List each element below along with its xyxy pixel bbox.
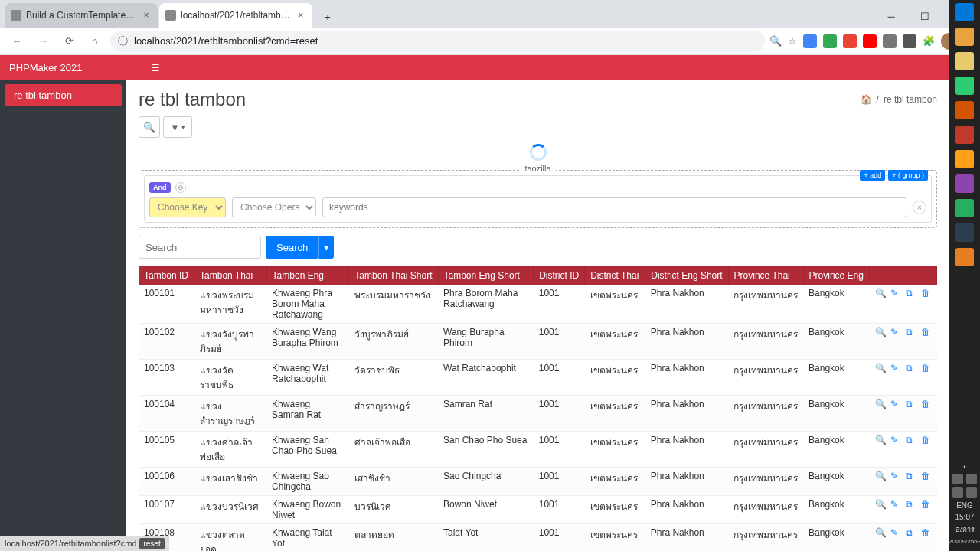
site-info-icon[interactable]: ⓘ xyxy=(118,34,128,48)
extension-icon[interactable] xyxy=(903,34,916,48)
reload-button[interactable]: ⟳ xyxy=(58,31,80,52)
close-icon[interactable]: × xyxy=(141,10,152,21)
browser-tab-2[interactable]: localhost/2021/retbltambonlist? × xyxy=(159,3,312,28)
search-icon[interactable]: 🔍 xyxy=(769,35,782,47)
browser-toolbar: ← → ⟳ ⌂ ⓘ localhost/2021/retbltambonlist… xyxy=(0,28,980,55)
extension-icon[interactable] xyxy=(883,34,897,48)
home-button[interactable]: ⌂ xyxy=(84,31,106,52)
extension-icon[interactable] xyxy=(863,34,877,48)
taskbar-app-icon[interactable] xyxy=(956,28,974,46)
window-maximize-button[interactable]: ☐ xyxy=(908,5,942,28)
extension-icon[interactable] xyxy=(803,34,817,48)
browser-tab-strip: Build a CustomTemplateSearch f × localho… xyxy=(0,0,980,28)
taskbar-app-icon[interactable] xyxy=(956,3,974,21)
os-taskbar: ‹ ENG 15:07 อังคาร 2/3/09/2563 xyxy=(949,0,980,55)
bookmark-icon[interactable]: ☆ xyxy=(788,35,797,47)
window-minimize-button[interactable]: ─ xyxy=(874,5,908,28)
extension-icon[interactable] xyxy=(823,34,837,48)
new-tab-button[interactable]: + xyxy=(317,6,338,28)
favicon-icon xyxy=(11,10,21,21)
tab-title: localhost/2021/retbltambonlist? xyxy=(181,10,292,21)
extensions-menu-icon[interactable]: 🧩 xyxy=(923,35,935,47)
address-bar[interactable]: ⓘ localhost/2021/retbltambonlist?cmd=res… xyxy=(110,31,765,52)
tab-title: Build a CustomTemplateSearch f xyxy=(26,10,138,21)
extension-icon[interactable] xyxy=(843,34,857,48)
url-text: localhost/2021/retbltambonlist?cmd=reset xyxy=(134,35,318,47)
back-button[interactable]: ← xyxy=(6,31,28,52)
browser-tab-1[interactable]: Build a CustomTemplateSearch f × xyxy=(5,3,158,28)
forward-button[interactable]: → xyxy=(32,31,54,52)
close-icon[interactable]: × xyxy=(296,10,306,21)
taskbar-app-icon[interactable] xyxy=(956,52,974,55)
favicon-icon xyxy=(165,10,176,21)
